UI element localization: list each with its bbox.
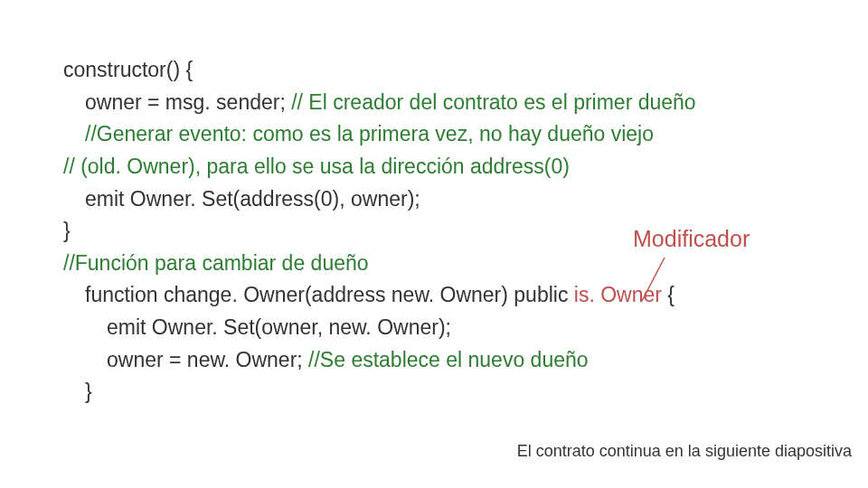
code-line-5: emit Owner. Set(address(0), owner);	[63, 183, 696, 216]
code-line-3: //Generar evento: como es la primera vez…	[63, 118, 696, 151]
svg-line-0	[642, 258, 665, 301]
code-line-8: function change. Owner(address new. Owne…	[63, 279, 696, 312]
code-comment: // El creador del contrato es el primer …	[291, 90, 695, 114]
code-line-9: emit Owner. Set(owner, new. Owner);	[63, 312, 696, 344]
modifier-label: Modificador	[633, 226, 750, 252]
code-line-2: owner = msg. sender; // El creador del c…	[63, 87, 696, 119]
connector-line-icon	[633, 258, 687, 312]
code-line-4: // (old. Owner), para ello se usa la dir…	[63, 151, 696, 183]
code-line-7: //Función para cambiar de dueño	[63, 248, 696, 280]
code-line-6: }	[63, 215, 696, 248]
code-comment: //Se establece el nuevo dueño	[308, 348, 588, 371]
code-block: constructor() { owner = msg. sender; // …	[63, 54, 696, 408]
slide: constructor() { owner = msg. sender; // …	[0, 0, 868, 488]
code-text: function change. Owner(address new. Owne…	[85, 283, 574, 306]
code-line-11: }	[63, 376, 696, 408]
code-text: owner = new. Owner;	[107, 348, 308, 371]
footnote: El contrato continua en la siguiente dia…	[517, 442, 852, 461]
code-line-1: constructor() {	[63, 54, 696, 87]
code-line-10: owner = new. Owner; //Se establece el nu…	[63, 344, 696, 377]
code-text: owner = msg. sender;	[85, 90, 291, 114]
